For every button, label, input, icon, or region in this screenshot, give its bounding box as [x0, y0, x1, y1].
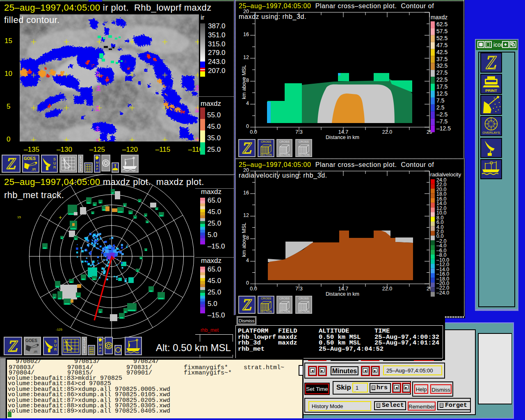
svg-text:GOES: GOES [24, 156, 36, 161]
svg-text:PRINT: PRINT [485, 88, 497, 93]
svg-text:Z: Z [7, 154, 16, 173]
svg-text:CROSS: CROSS [299, 140, 309, 143]
svg-text:7.3: 7.3 [295, 129, 302, 135]
svg-text:km above MSL: km above MSL [241, 65, 247, 99]
svg-text:SECTION: SECTION [298, 310, 310, 313]
svg-text:S: S [54, 339, 57, 343]
svg-text:CROSS: CROSS [299, 297, 309, 300]
svg-text:S: S [83, 351, 85, 354]
svg-text:15: 15 [17, 215, 21, 219]
svg-text:0.0: 0.0 [250, 129, 257, 135]
svg-text:SECTION: SECTION [278, 153, 290, 156]
svg-text:0: 0 [246, 123, 249, 129]
svg-text:S: S [80, 169, 82, 171]
svg-text:7.3: 7.3 [295, 286, 302, 292]
svg-text:GOES: GOES [25, 338, 37, 343]
svg-text:0: 0 [246, 280, 249, 286]
svg-text:OVERLAYS: OVERLAYS [482, 131, 500, 135]
svg-text:-125: -125 [56, 328, 63, 331]
svg-text:CROSS: CROSS [261, 140, 271, 143]
svg-text:U: U [53, 161, 56, 165]
svg-text:S: S [53, 157, 56, 161]
svg-text:Z: Z [242, 139, 252, 157]
svg-text:SECTION: SECTION [298, 153, 310, 156]
svg-text:U: U [54, 343, 57, 347]
svg-text:0.0: 0.0 [250, 286, 257, 292]
svg-text:CROSS: CROSS [279, 140, 290, 143]
svg-text:Z: Z [242, 295, 252, 314]
svg-text:P: P [96, 167, 98, 171]
svg-text:22.0: 22.0 [382, 129, 392, 135]
svg-text:R: R [54, 347, 57, 352]
svg-text:16: 16 [243, 32, 249, 37]
svg-text:CROSS: CROSS [279, 297, 290, 300]
svg-text:4: 4 [246, 258, 249, 263]
svg-text:16: 16 [243, 190, 249, 196]
svg-text:SECTION: SECTION [260, 310, 272, 313]
svg-text:R: R [53, 165, 56, 169]
svg-text:SECTION: SECTION [278, 310, 290, 313]
svg-text:22.0: 22.0 [382, 286, 392, 292]
svg-text:km above MSL: km above MSL [241, 223, 247, 257]
svg-text:14.7: 14.7 [338, 286, 348, 292]
svg-text:+: + [59, 214, 62, 221]
svg-text:4: 4 [246, 100, 249, 106]
svg-text:SECTION: SECTION [260, 153, 272, 156]
svg-text:CROSS: CROSS [261, 297, 271, 300]
svg-text:.IR: .IR [33, 350, 38, 354]
svg-text:12: 12 [243, 55, 249, 60]
svg-text:Z: Z [8, 336, 18, 355]
svg-text:14.7: 14.7 [338, 129, 348, 135]
svg-text:P: P [99, 349, 101, 353]
svg-text:.IR: .IR [31, 167, 36, 171]
svg-text:Z: Z [486, 52, 496, 73]
svg-text:12: 12 [243, 212, 249, 218]
